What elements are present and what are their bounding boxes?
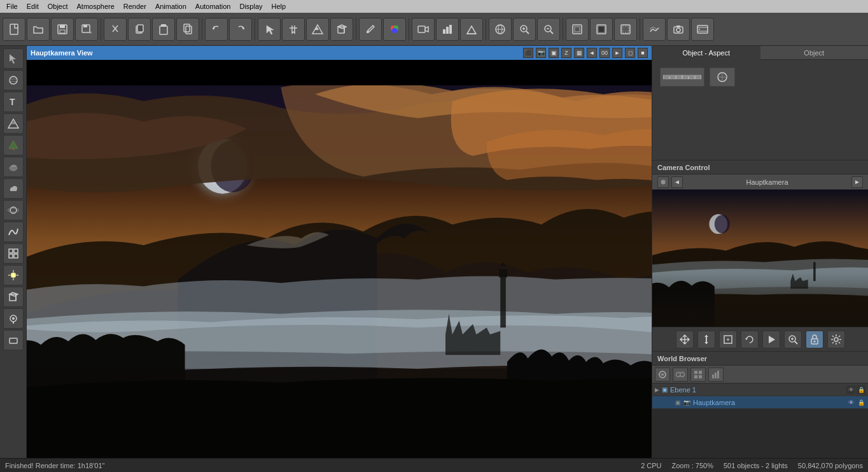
menu-animation[interactable]: Animation (151, 1, 190, 11)
redo-button[interactable] (229, 18, 252, 41)
video-button[interactable] (412, 18, 435, 41)
camera-link-btn[interactable]: ⊗ (657, 176, 669, 188)
vp-next[interactable]: ► (612, 48, 622, 58)
globe-button[interactable] (489, 18, 512, 41)
tree-tool[interactable] (3, 135, 24, 155)
spline-tool[interactable] (3, 222, 24, 242)
wb-layer-1[interactable]: ▶ ▣ Ebene 1 👁 🔒 (652, 383, 868, 396)
planet-tool[interactable] (3, 200, 24, 220)
box-tool[interactable] (3, 287, 24, 307)
svg-marker-93 (500, 262, 506, 266)
cam-zoom-btn[interactable] (784, 331, 802, 348)
camera-next-btn[interactable]: ► (851, 176, 863, 188)
svg-point-90 (211, 140, 255, 192)
vp-frame[interactable]: 00 (599, 48, 610, 58)
group-tool[interactable] (3, 243, 24, 264)
render-status: Finished! Render time: 1h18'01" (5, 462, 104, 469)
render-region-button[interactable] (566, 18, 589, 41)
move-tool[interactable] (282, 18, 305, 41)
mountain-button[interactable] (460, 18, 483, 41)
camera-prev-btn[interactable]: ◄ (671, 176, 683, 188)
cam-tilt-btn[interactable] (697, 331, 715, 348)
viewport-canvas[interactable] (27, 60, 652, 458)
save-as-button[interactable]: + (75, 18, 98, 41)
cube-tool[interactable] (330, 18, 353, 41)
zoom-in-button[interactable] (513, 18, 536, 41)
menu-edit[interactable]: Edit (23, 1, 43, 11)
wb-grid-btn[interactable] (690, 368, 706, 382)
terrain-tool[interactable] (306, 18, 329, 41)
cam-lock-btn[interactable] (806, 331, 823, 348)
atmosphere-button[interactable] (643, 18, 666, 41)
cut-button[interactable] (104, 18, 127, 41)
vp-z[interactable]: Z (561, 48, 571, 58)
paste-button[interactable] (152, 18, 175, 41)
undo-button[interactable] (205, 18, 228, 41)
wb-eye-btn[interactable]: 👁 (846, 385, 855, 394)
cam-reset-btn[interactable] (741, 331, 759, 348)
wb-chart-btn[interactable] (708, 368, 724, 382)
render-anim-button[interactable] (691, 18, 714, 41)
paste-special-button[interactable] (176, 18, 199, 41)
svg-rect-137 (717, 371, 719, 378)
open-button[interactable] (27, 18, 50, 41)
zoom-out-button[interactable] (537, 18, 560, 41)
object-icon (713, 71, 732, 83)
brush-tool[interactable] (359, 18, 382, 41)
menu-atmosphere[interactable]: Atmosphere (73, 1, 118, 11)
wb-lock-btn-layer[interactable]: 🔒 (857, 385, 865, 394)
paint-tool[interactable] (3, 308, 24, 329)
svg-rect-92 (499, 269, 507, 278)
render-full-button[interactable] (590, 18, 613, 41)
eraser-tool[interactable] (3, 330, 24, 350)
svg-rect-86 (10, 338, 17, 343)
wb-camera-lock-btn[interactable]: 🔒 (857, 398, 865, 407)
cam-play-btn[interactable] (762, 331, 780, 348)
vp-camera[interactable]: 📷 (536, 48, 546, 58)
tab-object-aspect[interactable]: Object - Aspect (652, 46, 760, 60)
wb-add-btn[interactable] (655, 368, 670, 382)
vp-b[interactable]: ■ (638, 48, 648, 58)
new-button[interactable] (3, 18, 25, 41)
camera-selector[interactable]: ⊗ ◄ Hauptkamera ► (652, 175, 868, 190)
save-button[interactable] (51, 18, 74, 41)
camera-preview[interactable] (652, 190, 868, 327)
select-tool[interactable] (258, 18, 281, 41)
vp-a[interactable]: ◻ (625, 48, 635, 58)
menu-display[interactable]: Display (235, 1, 266, 11)
copy-button[interactable] (128, 18, 151, 41)
vp-display[interactable]: ▣ (549, 48, 559, 58)
cam-pan-btn[interactable] (676, 331, 694, 348)
mountain-tool[interactable] (3, 113, 24, 134)
graph-button[interactable] (436, 18, 459, 41)
svg-rect-44 (575, 27, 580, 32)
color-tool[interactable] (383, 18, 406, 41)
wb-camera-eye-btn[interactable]: 👁 (846, 398, 855, 407)
pointer-tool[interactable] (3, 48, 24, 69)
vp-maximize[interactable]: ⬛ (523, 48, 533, 58)
cam-frame-btn[interactable] (719, 331, 737, 348)
menu-file[interactable]: File (3, 1, 22, 11)
wb-link-btn[interactable] (673, 368, 688, 382)
menu-help[interactable]: Help (268, 1, 290, 11)
svg-rect-87 (27, 60, 652, 458)
camera-render-button[interactable] (667, 18, 690, 41)
sun-tool[interactable] (3, 265, 24, 285)
world-browser-content: ▶ ▣ Ebene 1 👁 🔒 ▣ 📷 Hauptkamera 👁 (652, 383, 868, 458)
cloud-tool[interactable] (3, 178, 24, 199)
svg-marker-57 (10, 54, 16, 64)
wb-camera-row[interactable]: ▣ 📷 Hauptkamera 👁 🔒 (652, 396, 868, 409)
menu-automation[interactable]: Automation (192, 1, 235, 11)
text-tool[interactable]: T (3, 92, 24, 112)
sphere-tool[interactable] (3, 70, 24, 90)
vp-prev[interactable]: ◄ (587, 48, 597, 58)
viewport-title: Hauptkamera View (31, 49, 93, 57)
menu-render[interactable]: Render (120, 1, 150, 11)
menu-object[interactable]: Object (44, 1, 72, 11)
tab-object[interactable]: Object (760, 46, 869, 60)
cam-settings-btn[interactable] (827, 331, 845, 348)
render-wire-button[interactable] (614, 18, 637, 41)
rock-tool[interactable] (3, 157, 24, 177)
svg-rect-3 (60, 30, 65, 33)
vp-filter[interactable]: ▦ (574, 48, 584, 58)
